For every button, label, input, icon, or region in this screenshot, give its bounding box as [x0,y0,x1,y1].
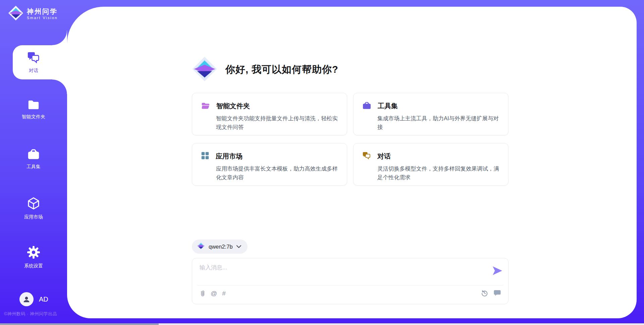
model-logo-diamond-icon [197,242,205,252]
tab-curve-bottom [52,79,67,94]
greeting-title: 你好, 我可以如何帮助你? [225,63,338,76]
hashtag-button[interactable]: # [222,290,226,297]
chevron-down-icon [236,244,241,250]
card-title: 对话 [377,152,391,161]
card-title: 工具集 [378,102,398,111]
card-app-market[interactable]: 应用市场 应用市场提供丰富长文本模板，助力高效生成多样化文章内容 [192,143,347,186]
user-profile[interactable]: AD [19,292,48,306]
hash-icon: # [222,290,226,297]
comment-icon [493,289,501,297]
sidebar-item-toolset[interactable]: 工具集 [0,148,67,170]
feature-cards: 智能文件夹 智能文件夹功能支持批量文件上传与清洗，轻松实现文件问答 工具集 集成… [192,93,508,186]
at-icon: @ [211,290,217,297]
open-folder-icon [201,101,210,111]
at-mention-button[interactable]: @ [211,290,217,297]
copyright-footer: ©神州数码 · 神州问学出品 [4,311,67,317]
app-logo-diamond-icon [192,56,217,83]
sidebar-item-label: 应用市场 [24,214,43,220]
grid-icon [201,151,209,161]
brand-subtitle: Smart Vision [27,16,58,20]
gear-icon [27,246,40,260]
sidebar-item-label: 智能文件夹 [22,114,45,120]
avatar [19,292,34,306]
card-desc: 集成市场上主流工具，助力AI与外界无缝扩展与对接 [377,114,500,131]
card-title: 智能文件夹 [216,102,250,111]
message-composer: @ # [192,258,508,304]
sidebar: 神州问学 Smart Vision 对话 智能文件夹 [0,0,67,325]
sidebar-item-label: 对话 [29,68,38,74]
card-toolset[interactable]: 工具集 集成市场上主流工具，助力AI与外界无缝扩展与对接 [353,93,508,135]
user-initials: AD [39,296,48,303]
card-title: 应用市场 [216,152,243,161]
brand-logo-diamond-icon [8,5,23,22]
card-desc: 应用市场提供丰富长文本模板，助力高效生成多样化文章内容 [216,165,339,182]
user-icon [22,295,31,303]
main-panel: 你好, 我可以如何帮助你? 智能文件夹 智能文件夹功能支持批量文件上传与清洗，轻… [67,7,637,318]
sidebar-item-label: 工具集 [26,164,41,170]
greeting-block: 你好, 我可以如何帮助你? [192,56,338,83]
history-icon [481,289,488,297]
sidebar-item-chat[interactable]: 对话 [13,45,67,79]
brand-name: 神州问学 [27,8,58,15]
card-smart-folder[interactable]: 智能文件夹 智能文件夹功能支持批量文件上传与清洗，轻松实现文件问答 [192,93,347,135]
brand: 神州问学 Smart Vision [8,5,58,22]
card-desc: 智能文件夹功能支持批量文件上传与清洗，轻松实现文件问答 [216,114,339,131]
send-button[interactable] [492,266,503,276]
chat-icon [27,51,40,65]
paperclip-icon [199,289,206,297]
sidebar-item-label: 系统设置 [24,263,43,269]
chat-bubbles-icon [362,151,371,161]
bottom-edge-strip-dark [0,323,159,325]
comments-button[interactable] [493,289,501,297]
model-name: qwen2:7b [209,244,233,250]
cube-icon [27,197,40,211]
composer-divider [197,285,503,285]
toolbox-icon [27,148,40,161]
sidebar-item-app-market[interactable]: 应用市场 [0,197,67,220]
send-icon [492,266,503,276]
card-desc: 灵活切换多模型文件，支持多样回复效果调试，满足个性化需求 [377,165,500,182]
folder-icon [27,99,40,111]
toolbox-icon [362,101,371,111]
message-input[interactable] [200,264,488,283]
attach-file-button[interactable] [199,289,206,297]
model-selector[interactable]: qwen2:7b [192,240,248,254]
sidebar-item-smart-folder[interactable]: 智能文件夹 [0,99,67,120]
tab-curve-top [52,30,67,45]
card-chat[interactable]: 对话 灵活切换多模型文件，支持多样回复效果调试，满足个性化需求 [353,143,508,186]
sidebar-item-settings[interactable]: 系统设置 [0,246,67,269]
history-button[interactable] [481,289,488,297]
